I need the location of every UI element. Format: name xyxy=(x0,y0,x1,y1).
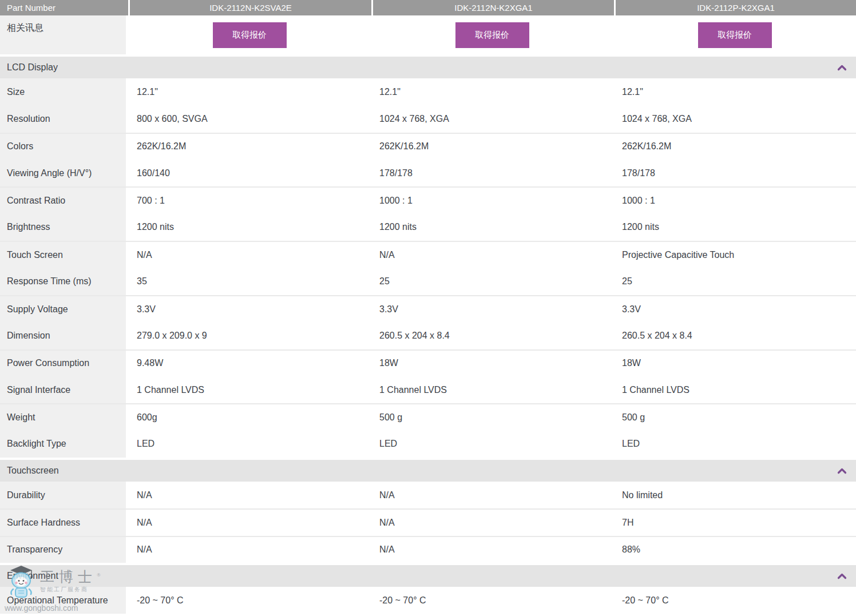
row-label: Resolution xyxy=(0,105,128,132)
spec-value: 3.3V xyxy=(613,296,856,322)
row-label: Power Consumption xyxy=(0,351,128,376)
row-label: Transparency xyxy=(0,537,128,563)
chevron-up-icon[interactable] xyxy=(837,573,847,579)
spec-value: -20 ~ 70° C xyxy=(371,587,613,614)
row-label: Brightness xyxy=(0,214,128,241)
spec-row: TransparencyN/AN/A88% xyxy=(0,536,856,563)
spec-value: 7H xyxy=(613,510,856,535)
spec-row: Brightness1200 nits1200 nits1200 nits xyxy=(0,214,856,241)
spec-row: Dimension279.0 x 209.0 x 9260.5 x 204 x … xyxy=(0,322,856,349)
spec-value: 88% xyxy=(613,537,856,563)
spec-value: 500 g xyxy=(613,404,856,430)
spec-row: Signal Interface1 Channel LVDS1 Channel … xyxy=(0,376,856,403)
spec-value: LED xyxy=(128,431,371,458)
get-quote-button-1[interactable]: 取得报价 xyxy=(213,22,287,48)
spec-row: Operational Temperature-20 ~ 70° C-20 ~ … xyxy=(0,587,856,614)
spec-value: 700 : 1 xyxy=(128,188,371,213)
spec-row: Colors262K/16.2M262K/16.2M262K/16.2M xyxy=(0,133,856,160)
spec-value: N/A xyxy=(128,510,371,535)
spec-value: Projective Capacitive Touch xyxy=(613,242,856,268)
quote-cell-1: 取得报价 xyxy=(128,15,371,54)
quote-cell-3: 取得报价 xyxy=(613,15,856,54)
get-quote-button-2[interactable]: 取得报价 xyxy=(455,22,529,48)
spec-value: N/A xyxy=(128,482,371,508)
spec-value: 1200 nits xyxy=(613,214,856,241)
spec-row: Power Consumption9.48W18W18W xyxy=(0,349,856,376)
spec-value: 600g xyxy=(128,404,371,430)
spec-value: 1 Channel LVDS xyxy=(613,376,856,403)
spec-row: Resolution800 x 600, SVGA1024 x 768, XGA… xyxy=(0,105,856,132)
spec-value: 262K/16.2M xyxy=(128,134,371,160)
spec-row: Size12.1"12.1"12.1" xyxy=(0,78,856,105)
row-label: Response Time (ms) xyxy=(0,268,128,295)
related-info-row: 相关讯息 取得报价 取得报价 取得报价 xyxy=(0,15,856,54)
spec-value: 260.5 x 204 x 8.4 xyxy=(371,322,613,349)
row-label: Operational Temperature xyxy=(0,587,128,614)
spec-sections: LCD DisplaySize12.1"12.1"12.1"Resolution… xyxy=(0,57,856,614)
spec-value: 25 xyxy=(371,268,613,295)
section-header-environment[interactable]: Environment xyxy=(0,565,856,587)
row-label: Backlight Type xyxy=(0,431,128,458)
row-label: Viewing Angle (H/V°) xyxy=(0,160,128,186)
table-header-row: Part Number IDK-2112N-K2SVA2E IDK-2112N-… xyxy=(0,0,856,15)
row-label: Dimension xyxy=(0,322,128,349)
spec-row: Contrast Ratio700 : 11000 : 11000 : 1 xyxy=(0,186,856,213)
spec-value: 800 x 600, SVGA xyxy=(128,105,371,132)
row-label: Durability xyxy=(0,482,128,508)
section-title: Environment xyxy=(7,571,58,581)
spec-value: 279.0 x 209.0 x 9 xyxy=(128,322,371,349)
spec-value: N/A xyxy=(371,537,613,563)
spec-value: 3.3V xyxy=(371,296,613,322)
row-label: Touch Screen xyxy=(0,242,128,268)
spec-row: Response Time (ms)352525 xyxy=(0,268,856,295)
spec-value: 3.3V xyxy=(128,296,371,322)
spec-value: 260.5 x 204 x 8.4 xyxy=(613,322,856,349)
spec-row: Backlight TypeLEDLEDLED xyxy=(0,431,856,458)
chevron-up-icon[interactable] xyxy=(837,65,847,71)
spec-value: N/A xyxy=(128,537,371,563)
spec-value: 1200 nits xyxy=(371,214,613,241)
section-header-touchscreen[interactable]: Touchscreen xyxy=(0,460,856,482)
spec-comparison-page: Part Number IDK-2112N-K2SVA2E IDK-2112N-… xyxy=(0,0,856,616)
row-label: Colors xyxy=(0,134,128,160)
spec-value: 1000 : 1 xyxy=(371,188,613,213)
spec-value: 500 g xyxy=(371,404,613,430)
row-label: Contrast Ratio xyxy=(0,188,128,213)
spec-value: 178/178 xyxy=(613,160,856,186)
spec-value: 262K/16.2M xyxy=(371,134,613,160)
spec-value: 12.1" xyxy=(613,78,856,105)
spec-value: 18W xyxy=(371,351,613,376)
part-number-header: Part Number xyxy=(0,0,128,15)
spec-row: Viewing Angle (H/V°)160/140178/178178/17… xyxy=(0,160,856,186)
spec-value: LED xyxy=(371,431,613,458)
quote-cell-2: 取得报价 xyxy=(371,15,613,54)
spec-value: -20 ~ 70° C xyxy=(128,587,371,614)
spec-row: Surface HardnessN/AN/A7H xyxy=(0,508,856,535)
spec-value: 12.1" xyxy=(128,78,371,105)
spec-row: DurabilityN/AN/ANo limited xyxy=(0,482,856,508)
chevron-up-icon[interactable] xyxy=(837,468,847,474)
spec-value: 12.1" xyxy=(371,78,613,105)
spec-value: 1000 : 1 xyxy=(613,188,856,213)
row-label: Signal Interface xyxy=(0,376,128,403)
spec-value: No limited xyxy=(613,482,856,508)
spec-value: 160/140 xyxy=(128,160,371,186)
spec-value: 1 Channel LVDS xyxy=(128,376,371,403)
row-label: Surface Hardness xyxy=(0,510,128,535)
spec-row: Touch ScreenN/AN/AProjective Capacitive … xyxy=(0,241,856,268)
spec-value: 178/178 xyxy=(371,160,613,186)
section-header-lcd-display[interactable]: LCD Display xyxy=(0,57,856,78)
spec-value: 1024 x 768, XGA xyxy=(371,105,613,132)
spec-value: N/A xyxy=(128,242,371,268)
spec-value: LED xyxy=(613,431,856,458)
spec-value: N/A xyxy=(371,242,613,268)
spec-value: 25 xyxy=(613,268,856,295)
spec-value: -20 ~ 70° C xyxy=(613,587,856,614)
product-column-header-1: IDK-2112N-K2SVA2E xyxy=(128,0,371,15)
spec-value: 9.48W xyxy=(128,351,371,376)
section-title: Touchscreen xyxy=(7,466,59,476)
get-quote-button-3[interactable]: 取得报价 xyxy=(698,22,772,48)
spec-value: 18W xyxy=(613,351,856,376)
row-label: Weight xyxy=(0,404,128,430)
spec-value: N/A xyxy=(371,482,613,508)
